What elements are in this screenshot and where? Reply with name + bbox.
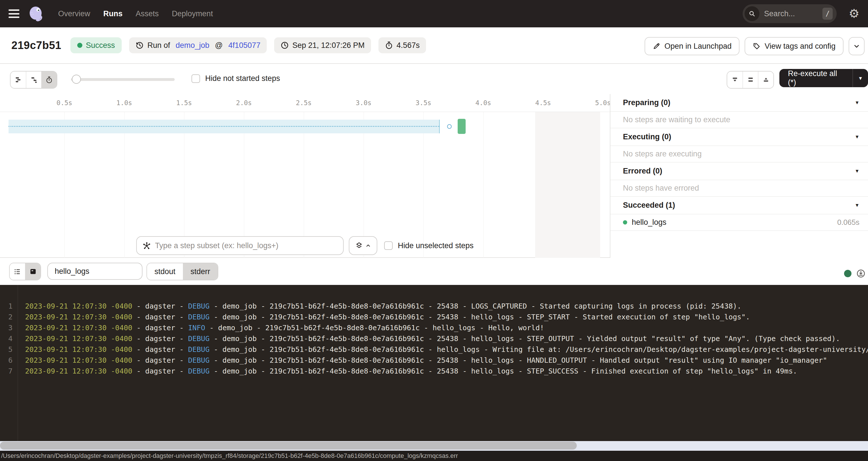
caret-down-icon: ▼ [855,168,860,174]
axis-tick: 4.0s [472,99,495,106]
axis-tick: 3.0s [352,99,375,106]
history-icon [135,41,144,50]
run-header: 219c7b51 Success Run of demo_job @ 4f105… [0,27,868,64]
step-name: hello_logs [632,218,833,227]
view-flat-gantt-button[interactable] [10,71,26,88]
at-symbol: @ [213,41,225,50]
zoom-slider-knob[interactable] [72,75,81,84]
structured-log-view-button[interactable] [10,263,25,280]
succeeded-step-row[interactable]: hello_logs 0.065s [610,214,868,231]
zoom-slider [71,78,175,81]
section-title: Preparing (0) [623,98,855,107]
header-actions: Open in Launchpad View tags and config [645,37,865,55]
search-shortcut-key: / [823,8,833,20]
collapse-down-icon [731,76,739,84]
step-success-dot-icon [623,220,627,224]
tab-stdout[interactable]: stdout [147,263,183,280]
caret-down-icon: ▼ [855,100,860,106]
section-preparing-header[interactable]: Preparing (0) ▼ [610,94,868,112]
reexecute-dropdown-caret-icon[interactable]: ▾ [853,75,868,82]
download-log-icon[interactable] [857,269,865,278]
top-nav: Overview Runs Assets Deployment / ⚙ [0,0,868,27]
collapse-top-button[interactable] [758,71,773,88]
hide-not-started-label: Hide not started steps [205,74,280,83]
scrollbar-thumb[interactable] [0,442,577,450]
axis-tick: 1.5s [173,99,195,106]
open-launchpad-button[interactable]: Open in Launchpad [645,37,740,55]
log-line: 32023-09-21 12:07:30 -0400 - dagster - I… [0,322,868,333]
gear-icon[interactable]: ⚙ [848,8,860,20]
section-errored-header[interactable]: Errored (0) ▼ [610,162,868,180]
commit-link[interactable]: 4f105077 [228,41,260,50]
nav-item-deployment[interactable]: Deployment [172,9,213,18]
raw-log-view-button[interactable] [25,263,40,280]
chevron-up-icon [365,243,371,248]
axis-tick: 5.0s [592,99,610,106]
section-succeeded-header[interactable]: Succeeded (1) ▼ [610,196,868,214]
axis-tick: 4.5s [532,99,555,106]
log-line: 22023-09-21 12:07:30 -0400 - dagster - D… [0,312,868,322]
stopwatch-view-icon [45,76,53,84]
eject-up-icon [762,76,770,84]
axis-tick: 3.5s [412,99,435,106]
open-launchpad-label: Open in Launchpad [664,42,732,51]
hide-unselected-checkbox[interactable]: Hide unselected steps [384,241,474,250]
step-subset-input[interactable] [155,241,337,250]
split-view-button[interactable] [743,71,758,88]
section-title: Succeeded (1) [623,201,855,210]
step-bar-hello-logs[interactable] [458,119,466,134]
step-start-marker-icon [447,124,452,129]
dagster-run-page: Overview Runs Assets Deployment / ⚙ 219c… [0,0,868,461]
tab-stderr[interactable]: stderr [183,263,218,280]
header-more-actions-button[interactable] [848,37,865,55]
log-file-path: /Users/erincochran/Desktop/dagster-examp… [1,452,458,460]
list-icon [14,268,21,275]
log-step-filter-input[interactable] [47,263,143,280]
section-executing-empty: No steps are executing [610,146,868,162]
status-bar: /Users/erincochran/Desktop/dagster-examp… [0,451,868,461]
search-box[interactable]: / [743,4,837,23]
hide-not-started-checkbox[interactable]: Hide not started steps [191,74,280,83]
axis-tick: 2.5s [292,99,315,106]
menu-icon[interactable] [8,9,20,18]
step-waiting-bar[interactable] [8,120,440,133]
step-subset-field[interactable] [136,236,344,255]
nav-item-runs[interactable]: Runs [103,9,123,18]
step-subset-controls: Hide unselected steps [136,236,474,255]
step-duration: 0.065s [837,218,860,227]
nav-item-overview[interactable]: Overview [58,9,90,18]
log-line: 52023-09-21 12:07:30 -0400 - dagster - D… [0,344,868,355]
view-waterfall-gantt-button[interactable] [26,71,41,88]
hide-unselected-label: Hide unselected steps [398,241,474,250]
chevron-down-icon [853,42,860,50]
collapse-bottom-button[interactable] [727,71,743,88]
section-preparing-empty: No steps are waiting to execute [610,112,868,128]
section-executing-header[interactable]: Executing (0) ▼ [610,128,868,146]
dagster-logo-icon[interactable] [27,5,44,22]
search-input[interactable] [764,9,823,18]
stdout-label: stdout [154,267,176,276]
section-title: Executing (0) [623,132,855,141]
gantt-chart: 0.5s 1.0s 1.5s 2.0s 2.5s 3.0s 3.5s 4.0s … [0,94,610,258]
tag-icon [752,42,761,50]
axis-tick: 0.5s [53,99,76,106]
clock-icon [280,41,289,50]
log-line: 62023-09-21 12:07:30 -0400 - dagster - D… [0,355,868,366]
view-tags-config-button[interactable]: View tags and config [745,37,843,55]
split-panels-icon [747,76,754,84]
run-of-prefix: Run of [147,41,172,50]
duration-label: 4.567s [397,41,420,50]
view-timed-gantt-button[interactable] [41,71,57,88]
graph-query-icon [143,241,151,250]
reexecute-all-button[interactable]: Re-execute all (*) ▾ [779,69,868,87]
status-dot-icon [77,43,82,48]
reexecute-all-label: Re-execute all (*) [779,69,852,87]
log-stream-tabs: stdout stderr [147,263,218,280]
raw-log-viewer: 12023-09-21 12:07:30 -0400 - dagster - D… [0,285,868,441]
nav-item-assets[interactable]: Assets [136,9,159,18]
graph-layers-button[interactable] [349,236,377,255]
caret-down-icon: ▼ [855,134,860,140]
panel-collapse-toggle [727,71,774,89]
job-link[interactable]: demo_job [176,41,210,50]
run-of-pill: Run of demo_job @ 4f105077 [129,37,267,53]
